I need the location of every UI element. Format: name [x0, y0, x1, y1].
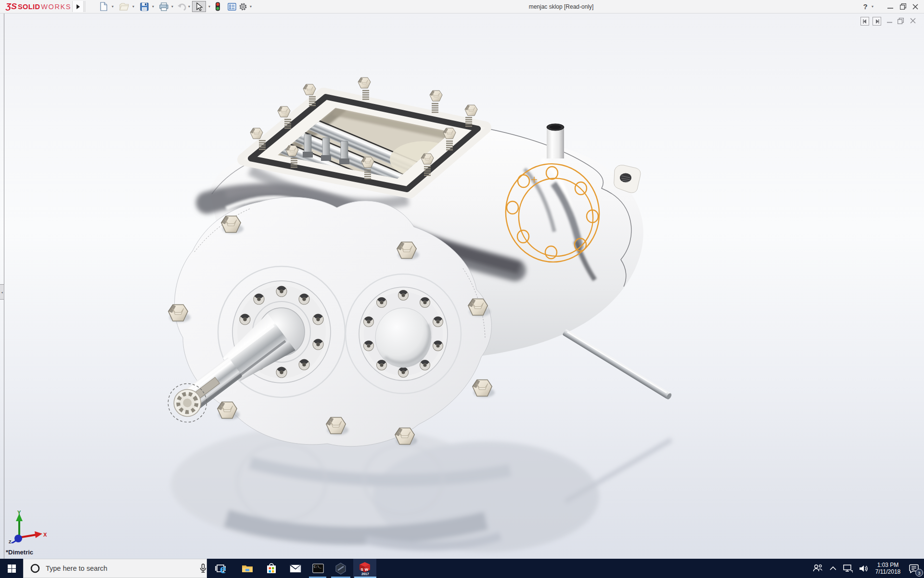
- tray-overflow-button[interactable]: [826, 559, 840, 578]
- right-bearing-cover: [359, 287, 448, 381]
- flyout-arrow-icon: [76, 4, 80, 9]
- rebuild-indicator-button[interactable]: [213, 1, 222, 12]
- clock-time: 1:03 PM: [872, 562, 904, 568]
- edge-icon: e: [219, 562, 231, 575]
- help-caret[interactable]: ▾: [870, 1, 875, 12]
- select-tool-caret[interactable]: ▾: [207, 1, 212, 12]
- undo-icon: [177, 3, 187, 11]
- taskbar-hexagon-app-button[interactable]: [330, 559, 351, 578]
- taskbar-store-button[interactable]: [261, 559, 282, 578]
- print-icon: [159, 2, 168, 11]
- taskbar-edge-button[interactable]: e: [215, 559, 236, 578]
- traffic-light-icon: [215, 2, 220, 11]
- select-cursor-icon: [196, 2, 203, 11]
- restore-button[interactable]: [897, 0, 909, 13]
- view-orientation-label: *Dimetric: [6, 549, 33, 556]
- sw-year: 2017: [361, 572, 369, 576]
- solidworks-logo: ƷS SOLIDWORKS: [6, 1, 71, 12]
- document-title: menjac sklop [Read-only]: [529, 3, 594, 10]
- start-button[interactable]: [0, 559, 23, 578]
- triad-x-label: X: [43, 532, 47, 538]
- action-center-button[interactable]: 3: [904, 559, 924, 578]
- hexagon-app-icon: [335, 563, 346, 575]
- save-caret[interactable]: ▾: [151, 1, 155, 12]
- options-caret[interactable]: ▾: [248, 1, 253, 12]
- microphone-icon[interactable]: [200, 564, 206, 573]
- taskbar-explorer-button[interactable]: [237, 559, 258, 578]
- sw-letters: SW: [361, 567, 370, 572]
- triad-y-label: Y: [17, 510, 21, 515]
- print-caret[interactable]: ▾: [170, 1, 175, 12]
- open-folder-icon: [119, 3, 129, 11]
- taskbar-cmd-button[interactable]: C:\_: [308, 559, 328, 578]
- network-button[interactable]: [840, 559, 856, 578]
- select-tool-button[interactable]: [192, 1, 206, 12]
- cmd-prompt-text: C:\_: [314, 565, 321, 569]
- gearbox-model-canvas[interactable]: [0, 13, 924, 559]
- minimize-button[interactable]: [885, 0, 896, 13]
- open-document-caret[interactable]: ▾: [131, 1, 136, 12]
- undo-caret[interactable]: ▾: [187, 1, 192, 12]
- microsoft-store-icon: [267, 563, 276, 574]
- new-document-icon: [100, 2, 108, 11]
- file-explorer-icon: [242, 564, 253, 573]
- taskbar-solidworks-button[interactable]: SW 2017: [353, 559, 376, 578]
- volume-button[interactable]: [856, 559, 872, 578]
- command-prompt-icon: C:\_: [312, 564, 324, 573]
- gear-icon: [239, 2, 247, 11]
- help-button[interactable]: ?: [860, 0, 870, 13]
- windows-start-icon: [8, 565, 16, 573]
- close-button[interactable]: [910, 0, 921, 13]
- solidworks-logo-light: WORKS: [41, 3, 71, 11]
- toolbar-flyout-button[interactable]: [72, 1, 84, 12]
- people-icon: [813, 564, 822, 573]
- mail-icon: [290, 565, 301, 573]
- volume-icon: [859, 565, 869, 573]
- triad-z-label: Z: [9, 539, 12, 543]
- stub-cylinder: [547, 127, 564, 158]
- display-pane-icon: [228, 3, 236, 11]
- minimize-icon: [887, 4, 893, 10]
- notification-badge: 3: [915, 569, 923, 577]
- taskbar-clock[interactable]: 1:03 PM 7/11/2018: [872, 562, 904, 575]
- svg-text:e: e: [220, 562, 226, 575]
- taskbar-mail-button[interactable]: [285, 559, 306, 578]
- windows-taskbar: e C:\_: [0, 559, 924, 578]
- search-input[interactable]: [45, 564, 177, 573]
- save-button[interactable]: [139, 1, 150, 12]
- people-button[interactable]: [809, 559, 826, 578]
- options-button[interactable]: [237, 1, 249, 12]
- clock-date: 7/11/2018: [872, 568, 904, 575]
- taskbar-search[interactable]: [23, 559, 207, 578]
- save-icon: [140, 2, 149, 11]
- solidworks-logo-bold: SOLID: [18, 3, 40, 11]
- network-icon: [843, 565, 853, 573]
- new-document-caret[interactable]: ▾: [110, 1, 115, 12]
- orientation-triad: Y X Z: [5, 510, 48, 543]
- solidworks-logo-glyph: ƷS: [6, 2, 17, 12]
- cortana-circle-icon: [30, 564, 40, 573]
- restore-icon: [900, 3, 906, 10]
- close-icon: [912, 4, 918, 10]
- new-document-button[interactable]: [98, 1, 109, 12]
- graphics-viewport[interactable]: ◂: [0, 13, 924, 559]
- print-button[interactable]: [158, 1, 169, 12]
- toolbar-separator: [85, 1, 85, 12]
- open-document-button[interactable]: [118, 1, 130, 12]
- system-tray: 1:03 PM 7/11/2018 3: [809, 559, 924, 578]
- undo-button[interactable]: [176, 1, 188, 12]
- output-shaft: [562, 329, 672, 400]
- display-pane-button[interactable]: [226, 1, 238, 12]
- chevron-up-icon: [830, 566, 836, 570]
- model-reflection: [171, 424, 671, 552]
- title-bar: ƷS SOLIDWORKS ▾ ▾ ▾: [0, 0, 924, 13]
- solidworks-2017-icon: SW 2017: [359, 562, 371, 575]
